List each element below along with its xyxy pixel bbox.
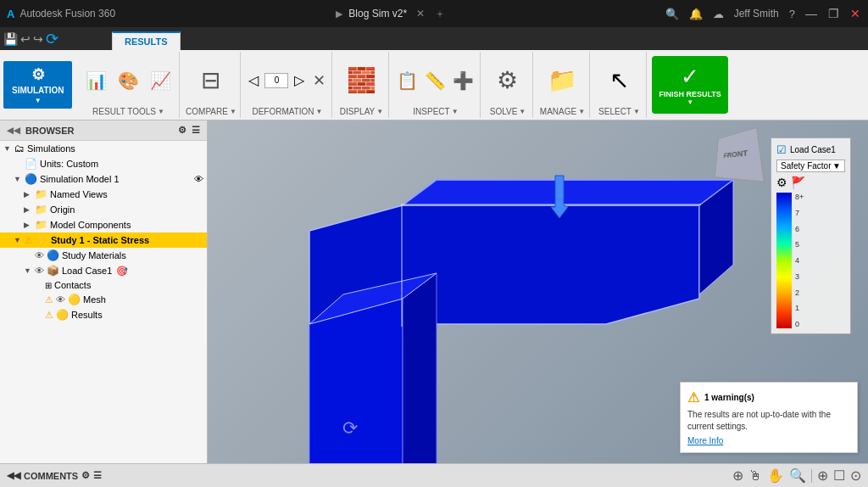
inspect-b-button[interactable]: 📏 bbox=[422, 69, 448, 92]
qa-undo-icon[interactable]: ↩ bbox=[20, 32, 31, 46]
inspect-a-button[interactable]: 📋 bbox=[394, 69, 420, 92]
tree-item-results[interactable]: ⚠ 🟡 Results bbox=[0, 307, 207, 322]
color-scale: 8+ 7 6 5 4 3 2 1 0 bbox=[776, 193, 845, 328]
scale-2: 2 bbox=[795, 288, 804, 297]
model-components-expand[interactable]: ▶ bbox=[24, 221, 32, 229]
deformation-arrow[interactable]: ▼ bbox=[316, 108, 323, 115]
study-materials-label: Study Materials bbox=[62, 250, 126, 260]
results-warn-icon: ⚠ bbox=[45, 310, 53, 321]
help-icon[interactable]: ? bbox=[789, 8, 795, 20]
user-name[interactable]: Jeff Smith bbox=[734, 8, 779, 20]
legend-checkbox-icon[interactable]: ☑ bbox=[776, 143, 787, 156]
result-tools-label: RESULT TOOLS ▼ bbox=[92, 107, 164, 116]
tree-item-simulations[interactable]: ▼ 🗂 Simulations bbox=[0, 141, 207, 156]
inspect-b-icon: 📏 bbox=[425, 70, 446, 91]
qa-redo-icon[interactable]: ↪ bbox=[33, 32, 43, 46]
def-scale-icon: ✕ bbox=[313, 71, 326, 90]
qa-save-icon[interactable]: 💾 bbox=[3, 32, 18, 46]
deformation-input[interactable] bbox=[264, 73, 288, 88]
minimize-button[interactable]: — bbox=[805, 8, 817, 20]
bottom-tool-display-icon[interactable]: ☐ bbox=[833, 467, 845, 484]
simulation-dropdown[interactable]: ⚙ SIMULATION ▼ bbox=[3, 61, 72, 109]
bottom-tool-cursor-icon[interactable]: 🖱 bbox=[748, 468, 762, 484]
bottom-tool-add-icon[interactable]: ⊕ bbox=[817, 467, 828, 484]
solve-label: SOLVE ▼ bbox=[490, 107, 526, 116]
nav-cube[interactable]: FRONT bbox=[711, 131, 758, 177]
search-icon[interactable]: 🔍 bbox=[665, 8, 679, 20]
bottom-collapse-arrow[interactable]: ◀◀ bbox=[7, 470, 20, 481]
sidebar-options-icon[interactable]: ⚙ bbox=[178, 125, 186, 136]
restore-button[interactable]: ❐ bbox=[827, 8, 839, 20]
bottom-menu-icon[interactable]: ☰ bbox=[93, 470, 102, 481]
legend-metric-dropdown[interactable]: Safety Factor ▼ bbox=[776, 160, 845, 172]
result-tools-icon1-button[interactable]: 📊 bbox=[81, 70, 111, 91]
tree-item-study-materials[interactable]: 👁 🔵 Study Materials bbox=[0, 248, 207, 263]
origin-expand[interactable]: ▶ bbox=[24, 205, 32, 214]
display-button[interactable]: 🧱 bbox=[343, 64, 380, 96]
named-views-expand[interactable]: ▶ bbox=[24, 190, 32, 199]
model-components-folder-icon: 📁 bbox=[35, 219, 47, 231]
study-materials-eye-icon[interactable]: 👁 bbox=[35, 250, 44, 260]
def-right-button[interactable]: ▷ bbox=[292, 70, 307, 90]
manage-button[interactable]: 📁 bbox=[544, 64, 581, 96]
load-case1-expand[interactable]: ▼ bbox=[24, 266, 32, 275]
compare-button[interactable]: ⊟ bbox=[196, 64, 226, 96]
sim-model-eye-icon[interactable]: 👁 bbox=[194, 174, 203, 184]
result-tools-graph-icon: 📈 bbox=[150, 72, 171, 89]
warning-more-info-link[interactable]: More Info bbox=[687, 436, 723, 445]
solve-arrow[interactable]: ▼ bbox=[519, 108, 526, 115]
simulations-expand[interactable]: ▼ bbox=[3, 144, 12, 153]
tree-item-sim-model[interactable]: ▼ 🔵 Simulation Model 1 👁 bbox=[0, 171, 207, 187]
def-scale-button[interactable]: ✕ bbox=[310, 70, 328, 92]
tree-item-named-views[interactable]: ▶ 📁 Named Views bbox=[0, 187, 207, 202]
result-tools-arrow[interactable]: ▼ bbox=[158, 108, 164, 115]
svg-rect-10 bbox=[403, 204, 701, 205]
result-tools-icon2-button[interactable]: 🎨 bbox=[113, 70, 143, 91]
sidebar-title: BROWSER bbox=[25, 126, 74, 136]
study1-expand[interactable]: ▼ bbox=[14, 236, 22, 244]
display-arrow[interactable]: ▼ bbox=[376, 108, 383, 115]
manage-arrow[interactable]: ▼ bbox=[578, 108, 585, 115]
select-label: SELECT ▼ bbox=[598, 107, 640, 116]
sim-model-label: Simulation Model 1 bbox=[40, 174, 120, 184]
load-case1-eye-icon[interactable]: 👁 bbox=[35, 266, 44, 276]
tree-item-load-case1[interactable]: ▼ 👁 📦 Load Case1 🎯 bbox=[0, 263, 207, 278]
solve-button[interactable]: ⚙ bbox=[492, 64, 523, 96]
bottom-tool-render-icon[interactable]: ⊙ bbox=[850, 467, 861, 484]
tree-item-study1[interactable]: ▼ ⚠ ⚡ Study 1 - Static Stress bbox=[0, 232, 207, 248]
tree-item-origin[interactable]: ▶ 📁 Origin bbox=[0, 202, 207, 217]
qa-update-icon[interactable]: ⟳ bbox=[46, 30, 58, 48]
result-tools-icon3-button[interactable]: 📈 bbox=[145, 70, 175, 91]
load-case1-target-icon[interactable]: 🎯 bbox=[116, 266, 128, 277]
study1-warn-icon: ⚠ bbox=[25, 235, 33, 246]
sidebar-menu-icon[interactable]: ☰ bbox=[192, 125, 200, 136]
select-button[interactable]: ↖ bbox=[604, 64, 634, 96]
bottom-options-icon[interactable]: ⚙ bbox=[81, 470, 90, 481]
tree-item-model-components[interactable]: ▶ 📁 Model Components bbox=[0, 217, 207, 232]
def-left-button[interactable]: ◁ bbox=[246, 70, 261, 90]
close-button[interactable]: ✕ bbox=[849, 8, 861, 20]
bottom-tool-pan-icon[interactable]: ✋ bbox=[767, 467, 784, 484]
finish-results-button[interactable]: ✓ FINISH RESULTS ▼ bbox=[652, 56, 727, 114]
finish-results-arrow[interactable]: ▼ bbox=[687, 98, 693, 106]
tab-results[interactable]: RESULTS bbox=[112, 31, 181, 50]
sync-icon[interactable]: ☁ bbox=[713, 8, 724, 20]
inspect-arrow[interactable]: ▼ bbox=[452, 108, 459, 115]
inspect-c-button[interactable]: ➕ bbox=[450, 69, 476, 92]
viewport[interactable]: ⟳ FRONT ☑ Load Case1 Safety Factor ▼ ⚙ 🚩 bbox=[208, 120, 868, 463]
model-components-label: Model Components bbox=[50, 220, 131, 230]
tree-item-contacts[interactable]: ⊞ Contacts bbox=[0, 278, 207, 292]
origin-label: Origin bbox=[50, 204, 75, 215]
tree-item-units[interactable]: 📄 Units: Custom bbox=[0, 156, 207, 171]
legend-flag-icon[interactable]: 🚩 bbox=[791, 176, 805, 189]
bottom-tool-crosshair-icon[interactable]: ⊕ bbox=[732, 467, 743, 484]
bottom-tool-zoom-icon[interactable]: 🔍 bbox=[789, 467, 806, 484]
sim-model-expand[interactable]: ▼ bbox=[14, 175, 22, 183]
mesh-eye-icon[interactable]: 👁 bbox=[56, 294, 65, 305]
tree-item-mesh[interactable]: ⚠ 👁 🟡 Mesh bbox=[0, 292, 207, 307]
notification-icon[interactable]: 🔔 bbox=[689, 8, 703, 20]
sidebar-collapse-arrow[interactable]: ◀◀ bbox=[7, 126, 20, 135]
select-arrow[interactable]: ▼ bbox=[633, 108, 640, 115]
legend-gear-icon[interactable]: ⚙ bbox=[776, 176, 787, 189]
compare-arrow[interactable]: ▼ bbox=[230, 108, 236, 115]
